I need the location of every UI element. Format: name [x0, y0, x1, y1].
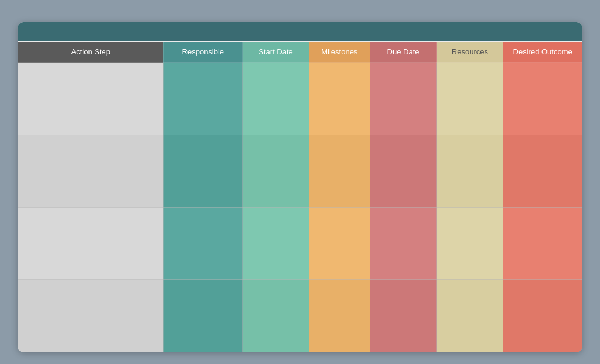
- cell-desired-1[interactable]: [503, 135, 582, 207]
- th-due: Due Date: [370, 42, 437, 63]
- cell-action-1[interactable]: [18, 135, 164, 207]
- cell-desired-3[interactable]: [503, 280, 582, 352]
- table-row: [18, 63, 582, 135]
- table-row: [18, 280, 582, 352]
- page-wrapper: Action StepResponsibleStart DateMileston…: [0, 0, 600, 364]
- cell-due-2[interactable]: [370, 207, 437, 280]
- goal-bar: [18, 22, 582, 41]
- th-desired: Desired Outcome: [503, 42, 582, 63]
- cell-start-2[interactable]: [243, 207, 309, 280]
- cell-due-3[interactable]: [370, 280, 437, 352]
- cell-due-1[interactable]: [370, 135, 437, 207]
- cell-res-3[interactable]: [437, 280, 503, 352]
- main-card: Action StepResponsibleStart DateMileston…: [18, 22, 582, 352]
- cell-mile-0[interactable]: [309, 63, 370, 135]
- cell-action-2[interactable]: [18, 207, 164, 280]
- table-row: [18, 207, 582, 280]
- cell-desired-0[interactable]: [503, 63, 582, 135]
- cell-resp-0[interactable]: [163, 63, 243, 135]
- cell-resp-2[interactable]: [163, 207, 243, 280]
- cell-mile-2[interactable]: [309, 207, 370, 280]
- cell-action-3[interactable]: [18, 280, 164, 352]
- cell-res-2[interactable]: [437, 207, 503, 280]
- cell-start-1[interactable]: [243, 135, 309, 207]
- th-start: Start Date: [243, 42, 309, 63]
- th-action: Action Step: [18, 42, 164, 63]
- cell-mile-1[interactable]: [309, 135, 370, 207]
- table-row: [18, 135, 582, 207]
- cell-res-1[interactable]: [437, 135, 503, 207]
- cell-start-3[interactable]: [243, 280, 309, 352]
- action-plan-table: Action StepResponsibleStart DateMileston…: [18, 41, 582, 352]
- cell-mile-3[interactable]: [309, 280, 370, 352]
- cell-res-0[interactable]: [437, 63, 503, 135]
- cell-action-0[interactable]: [18, 63, 164, 135]
- cell-resp-1[interactable]: [163, 135, 243, 207]
- cell-resp-3[interactable]: [163, 280, 243, 352]
- cell-due-0[interactable]: [370, 63, 437, 135]
- cell-desired-2[interactable]: [503, 207, 582, 280]
- th-res: Resources: [437, 42, 503, 63]
- cell-start-0[interactable]: [243, 63, 309, 135]
- th-mile: Milestones: [309, 42, 370, 63]
- th-resp: Responsible: [163, 42, 243, 63]
- table-container: Action StepResponsibleStart DateMileston…: [18, 41, 582, 352]
